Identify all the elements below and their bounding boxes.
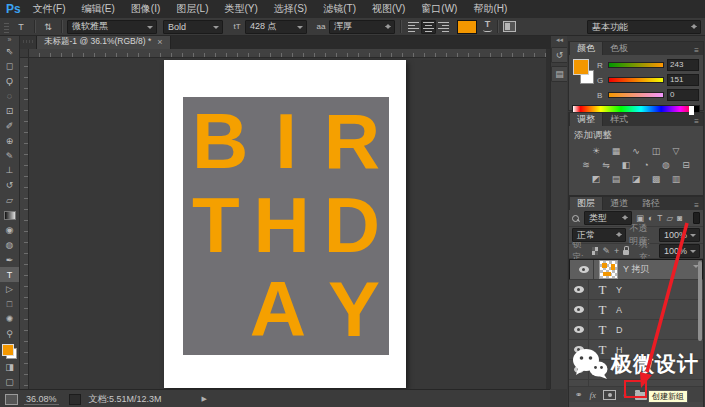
hue-saturation-icon[interactable]: ≋ — [580, 159, 593, 170]
create-new-group-button[interactable] — [635, 392, 647, 400]
layer-row-r[interactable]: T R — [569, 380, 703, 386]
tab-paths[interactable]: 路径 — [635, 197, 667, 210]
panel-menu-icon[interactable]: ≡ — [694, 117, 703, 126]
panel-menu-icon[interactable]: ≡ — [694, 46, 703, 55]
panel-menu-icon[interactable]: ≡ — [694, 201, 703, 210]
black-white-icon[interactable]: ◧ — [620, 159, 633, 170]
align-right-button[interactable] — [436, 20, 451, 34]
screen-mode-button[interactable]: ▢ — [0, 374, 19, 389]
history-panel-button[interactable]: ↺ — [551, 47, 568, 63]
menu-item-layer[interactable]: 图层(L) — [176, 2, 208, 16]
filter-smart-objects-icon[interactable]: ◙ — [677, 213, 682, 223]
tab-color[interactable]: 颜色 — [569, 41, 603, 55]
align-left-button[interactable] — [406, 20, 421, 34]
layer-row-a[interactable]: T A — [569, 300, 703, 320]
text-color-swatch[interactable] — [457, 20, 477, 34]
canvas-page[interactable]: BIR THD AY — [164, 60, 406, 388]
lasso-tool[interactable]: Ϙ — [0, 74, 19, 89]
color-balance-icon[interactable]: ⇋ — [600, 159, 613, 170]
link-layers-icon[interactable]: ⚭ — [575, 390, 583, 400]
layer-list-scrollbar[interactable] — [698, 261, 702, 341]
visibility-toggle[interactable] — [569, 320, 589, 339]
channel-mixer-icon[interactable]: ◍ — [660, 159, 673, 170]
toolbar-collapse-icon[interactable]: » — [8, 35, 12, 44]
visibility-toggle[interactable] — [569, 380, 589, 386]
quick-selection-tool[interactable]: ◌ — [0, 89, 19, 104]
invert-icon[interactable]: ◩ — [590, 173, 603, 184]
visibility-toggle[interactable] — [569, 280, 589, 299]
shape-tool[interactable]: □ — [0, 297, 19, 312]
photo-filter-icon[interactable]: ◔ — [640, 159, 653, 170]
curves-icon[interactable]: ∿ — [630, 145, 643, 156]
menu-item-help[interactable]: 帮助(H) — [473, 2, 507, 16]
tab-channels[interactable]: 通道 — [603, 197, 635, 210]
crop-tool[interactable]: ⊡ — [0, 104, 19, 119]
lock-position-icon[interactable]: + — [614, 247, 619, 255]
dodge-tool[interactable]: ◍ — [0, 237, 19, 252]
menu-item-select[interactable]: 选择(S) — [274, 2, 307, 16]
marquee-tool[interactable]: ◻ — [0, 59, 19, 74]
tab-adjustments[interactable]: 调整 — [569, 112, 603, 126]
warp-text-icon[interactable]: T — [483, 21, 492, 32]
quick-mask-button[interactable]: ◨ — [0, 359, 19, 374]
layer-row-y-copy[interactable]: Y 拷贝 — [569, 259, 703, 280]
add-mask-icon[interactable] — [603, 390, 616, 400]
menu-item-view[interactable]: 视图(V) — [372, 2, 405, 16]
layer-row-d[interactable]: T D — [569, 320, 703, 340]
type-tool[interactable]: T — [0, 267, 19, 282]
brush-tool[interactable]: ✎ — [0, 148, 19, 163]
fill-input[interactable]: 100% — [659, 244, 700, 258]
font-size-select[interactable]: 428 点 — [245, 20, 307, 34]
exposure-icon[interactable]: ◫ — [650, 145, 663, 156]
properties-panel-button[interactable]: ▤ — [551, 66, 568, 82]
visibility-toggle[interactable] — [574, 260, 594, 279]
tab-close-icon[interactable]: × — [157, 37, 162, 47]
color-lookup-icon[interactable]: ⊟ — [680, 159, 693, 170]
levels-icon[interactable]: ▦ — [610, 145, 623, 156]
tab-styles[interactable]: 样式 — [603, 113, 635, 126]
healing-brush-tool[interactable]: ⊕ — [0, 133, 19, 148]
type-tool-preset-icon[interactable]: T — [13, 20, 29, 34]
text-orientation-icon[interactable]: ⇅ — [40, 20, 56, 34]
selective-color-icon[interactable]: ▥ — [670, 173, 683, 184]
eraser-tool[interactable]: ▱ — [0, 193, 19, 208]
blue-slider[interactable] — [608, 92, 664, 98]
zoom-level-input[interactable]: 36.08% — [24, 394, 59, 405]
opacity-input[interactable]: 100% — [659, 228, 700, 242]
filter-type-select[interactable]: 类型 — [584, 211, 632, 225]
layer-style-icon[interactable]: fx — [590, 390, 597, 400]
zoom-tool[interactable]: ⚲ — [0, 327, 19, 342]
status-menu-arrow-icon[interactable]: ▶ — [202, 395, 207, 403]
filter-type-layers-icon[interactable]: T — [657, 213, 662, 223]
font-family-select[interactable]: 微软雅黑 — [67, 20, 157, 34]
menu-item-edit[interactable]: 编辑(E) — [81, 2, 114, 16]
menu-item-type[interactable]: 类型(Y) — [225, 2, 258, 16]
brightness-contrast-icon[interactable]: ☀ — [590, 145, 603, 156]
anti-alias-select[interactable]: 浑厚 — [329, 20, 395, 34]
history-brush-tool[interactable]: ↺ — [0, 178, 19, 193]
foreground-color-well[interactable] — [573, 59, 589, 75]
layer-row-y[interactable]: T Y — [569, 280, 703, 300]
lock-image-icon[interactable]: ✎ — [602, 247, 610, 255]
workspace-switcher[interactable]: 基本功能 — [587, 20, 701, 34]
menu-item-window[interactable]: 窗口(W) — [421, 2, 457, 16]
hand-tool[interactable]: ✺ — [0, 312, 19, 327]
menu-item-filter[interactable]: 滤镜(T) — [323, 2, 356, 16]
adjustment-layer-icon[interactable]: ◐ — [623, 390, 628, 400]
tab-layers[interactable]: 图层 — [569, 196, 603, 210]
red-value-input[interactable]: 243 — [667, 59, 699, 71]
align-center-button[interactable] — [421, 20, 436, 34]
filter-shape-layers-icon[interactable]: ▱ — [666, 213, 673, 223]
green-value-input[interactable]: 151 — [667, 74, 699, 86]
visibility-toggle[interactable] — [569, 300, 589, 319]
gradient-map-icon[interactable]: ▩ — [650, 173, 663, 184]
red-slider[interactable] — [608, 62, 664, 68]
toggle-panels-icon[interactable] — [503, 21, 516, 32]
pen-tool[interactable]: ✒ — [0, 252, 19, 267]
dock-collapse-icon[interactable]: ◂◂ — [556, 35, 563, 44]
posterize-icon[interactable]: ▤ — [610, 173, 623, 184]
path-selection-tool[interactable]: ▷ — [0, 282, 19, 297]
move-tool[interactable]: ⇖ — [0, 44, 19, 59]
blue-value-input[interactable]: 0 — [667, 89, 699, 101]
blend-mode-select[interactable]: 正常 — [572, 228, 626, 242]
